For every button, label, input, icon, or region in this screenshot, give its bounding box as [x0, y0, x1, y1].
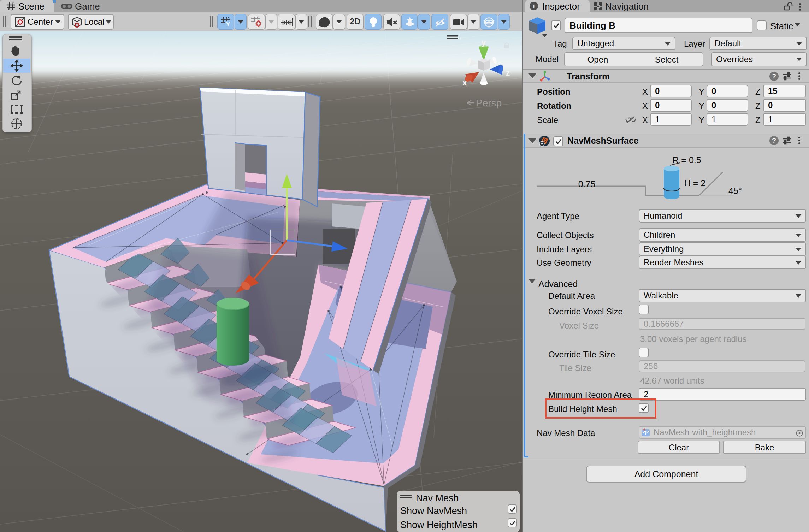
svg-text:0.75: 0.75 — [578, 179, 596, 189]
svg-text:Persp: Persp — [476, 97, 502, 108]
svg-text:H = 2: H = 2 — [684, 178, 705, 188]
svg-text:x: x — [462, 78, 467, 87]
svg-text:Y: Y — [226, 22, 230, 28]
svg-text:R = 0.5: R = 0.5 — [672, 155, 701, 165]
svg-text:z: z — [506, 68, 510, 77]
svg-text:45°: 45° — [728, 186, 742, 196]
svg-text:y: y — [482, 38, 486, 47]
